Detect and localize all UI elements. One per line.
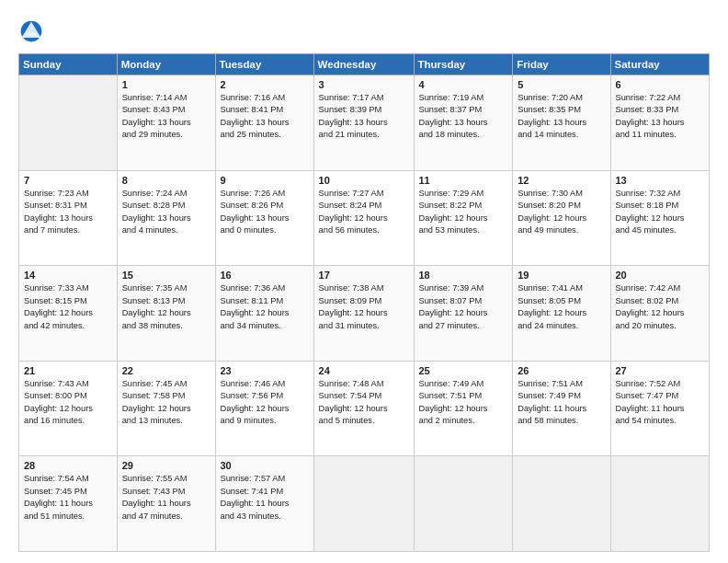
calendar-cell: 8Sunrise: 7:24 AMSunset: 8:28 PMDaylight…: [117, 170, 215, 266]
cell-info: Sunrise: 7:19 AMSunset: 8:37 PMDaylight:…: [419, 92, 508, 142]
logo-icon: [18, 18, 44, 44]
day-number: 29: [122, 460, 210, 471]
cell-info: Sunrise: 7:14 AMSunset: 8:43 PMDaylight:…: [122, 92, 210, 142]
day-number: 28: [24, 460, 112, 471]
cell-info: Sunrise: 7:29 AMSunset: 8:22 PMDaylight:…: [419, 188, 508, 237]
calendar-cell: 14Sunrise: 7:33 AMSunset: 8:15 PMDayligh…: [19, 266, 118, 362]
calendar-cell: [414, 456, 513, 552]
week-row-5: 28Sunrise: 7:54 AMSunset: 7:45 PMDayligh…: [19, 456, 710, 552]
day-number: 20: [616, 270, 705, 281]
calendar-cell: 9Sunrise: 7:26 AMSunset: 8:26 PMDaylight…: [215, 170, 313, 266]
day-number: 21: [24, 365, 112, 376]
calendar-cell: 26Sunrise: 7:51 AMSunset: 7:49 PMDayligh…: [513, 361, 610, 456]
cell-info: Sunrise: 7:32 AMSunset: 8:18 PMDaylight:…: [616, 188, 705, 237]
day-number: 26: [518, 365, 605, 376]
cell-info: Sunrise: 7:52 AMSunset: 7:47 PMDaylight:…: [616, 378, 705, 428]
day-number: 30: [221, 460, 309, 471]
cell-info: Sunrise: 7:49 AMSunset: 7:51 PMDaylight:…: [419, 378, 508, 428]
week-row-4: 21Sunrise: 7:43 AMSunset: 8:00 PMDayligh…: [19, 361, 710, 456]
cell-info: Sunrise: 7:48 AMSunset: 7:54 PMDaylight:…: [319, 378, 409, 428]
cell-info: Sunrise: 7:42 AMSunset: 8:02 PMDaylight:…: [616, 282, 705, 332]
cell-info: Sunrise: 7:33 AMSunset: 8:15 PMDaylight:…: [24, 282, 112, 332]
cell-info: Sunrise: 7:57 AMSunset: 7:41 PMDaylight:…: [221, 473, 309, 523]
day-number: 14: [24, 270, 112, 281]
calendar-cell: 17Sunrise: 7:38 AMSunset: 8:09 PMDayligh…: [313, 266, 414, 362]
col-header-wednesday: Wednesday: [313, 54, 414, 75]
day-number: 10: [319, 175, 409, 186]
calendar-cell: 18Sunrise: 7:39 AMSunset: 8:07 PMDayligh…: [414, 266, 513, 362]
day-number: 17: [319, 270, 409, 281]
calendar-cell: 27Sunrise: 7:52 AMSunset: 7:47 PMDayligh…: [610, 361, 710, 456]
day-number: 18: [419, 270, 508, 281]
cell-info: Sunrise: 7:41 AMSunset: 8:05 PMDaylight:…: [518, 282, 605, 332]
day-number: 16: [221, 270, 309, 281]
cell-info: Sunrise: 7:16 AMSunset: 8:41 PMDaylight:…: [221, 92, 309, 142]
day-number: 24: [319, 365, 409, 376]
cell-info: Sunrise: 7:51 AMSunset: 7:49 PMDaylight:…: [518, 378, 605, 428]
svg-rect-2: [27, 33, 37, 37]
col-header-friday: Friday: [513, 54, 610, 75]
cell-info: Sunrise: 7:43 AMSunset: 8:00 PMDaylight:…: [24, 378, 112, 428]
day-number: 4: [419, 79, 508, 90]
calendar-cell: 24Sunrise: 7:48 AMSunset: 7:54 PMDayligh…: [313, 361, 414, 456]
cell-info: Sunrise: 7:24 AMSunset: 8:28 PMDaylight:…: [122, 188, 210, 237]
day-number: 2: [221, 79, 309, 90]
calendar-cell: 29Sunrise: 7:55 AMSunset: 7:43 PMDayligh…: [117, 456, 215, 552]
calendar-cell: 12Sunrise: 7:30 AMSunset: 8:20 PMDayligh…: [513, 170, 610, 266]
calendar-cell: 10Sunrise: 7:27 AMSunset: 8:24 PMDayligh…: [313, 170, 414, 266]
calendar-cell: 1Sunrise: 7:14 AMSunset: 8:43 PMDaylight…: [117, 75, 215, 171]
day-number: 15: [122, 270, 210, 281]
day-number: 23: [221, 365, 309, 376]
cell-info: Sunrise: 7:22 AMSunset: 8:33 PMDaylight:…: [616, 92, 705, 142]
calendar-cell: [313, 456, 414, 552]
calendar-cell: 25Sunrise: 7:49 AMSunset: 7:51 PMDayligh…: [414, 361, 513, 456]
day-number: 6: [616, 79, 705, 90]
calendar-cell: 13Sunrise: 7:32 AMSunset: 8:18 PMDayligh…: [610, 170, 710, 266]
calendar-cell: 30Sunrise: 7:57 AMSunset: 7:41 PMDayligh…: [215, 456, 313, 552]
logo: [18, 18, 48, 44]
day-number: 7: [24, 175, 112, 186]
day-number: 22: [122, 365, 210, 376]
day-number: 8: [122, 175, 210, 186]
cell-info: Sunrise: 7:45 AMSunset: 7:58 PMDaylight:…: [122, 378, 210, 428]
day-number: 27: [616, 365, 705, 376]
cell-info: Sunrise: 7:23 AMSunset: 8:31 PMDaylight:…: [24, 188, 112, 237]
cell-info: Sunrise: 7:39 AMSunset: 8:07 PMDaylight:…: [419, 282, 508, 332]
cell-info: Sunrise: 7:46 AMSunset: 7:56 PMDaylight:…: [221, 378, 309, 428]
calendar-cell: 20Sunrise: 7:42 AMSunset: 8:02 PMDayligh…: [610, 266, 710, 362]
header: [18, 15, 710, 44]
calendar-cell: 28Sunrise: 7:54 AMSunset: 7:45 PMDayligh…: [19, 456, 118, 552]
col-header-monday: Monday: [117, 54, 215, 75]
day-number: 12: [518, 175, 605, 186]
calendar-cell: 3Sunrise: 7:17 AMSunset: 8:39 PMDaylight…: [313, 75, 414, 171]
day-number: 1: [122, 79, 210, 90]
week-row-1: 1Sunrise: 7:14 AMSunset: 8:43 PMDaylight…: [19, 75, 710, 171]
calendar-cell: 22Sunrise: 7:45 AMSunset: 7:58 PMDayligh…: [117, 361, 215, 456]
calendar-cell: 11Sunrise: 7:29 AMSunset: 8:22 PMDayligh…: [414, 170, 513, 266]
week-row-2: 7Sunrise: 7:23 AMSunset: 8:31 PMDaylight…: [19, 170, 710, 266]
col-header-thursday: Thursday: [414, 54, 513, 75]
calendar-cell: [513, 456, 610, 552]
calendar-cell: 15Sunrise: 7:35 AMSunset: 8:13 PMDayligh…: [117, 266, 215, 362]
header-row: SundayMondayTuesdayWednesdayThursdayFrid…: [19, 54, 710, 75]
col-header-saturday: Saturday: [610, 54, 710, 75]
cell-info: Sunrise: 7:54 AMSunset: 7:45 PMDaylight:…: [24, 473, 112, 523]
calendar-cell: 23Sunrise: 7:46 AMSunset: 7:56 PMDayligh…: [215, 361, 313, 456]
cell-info: Sunrise: 7:20 AMSunset: 8:35 PMDaylight:…: [518, 92, 605, 142]
calendar-table: SundayMondayTuesdayWednesdayThursdayFrid…: [18, 53, 710, 552]
calendar-cell: 5Sunrise: 7:20 AMSunset: 8:35 PMDaylight…: [513, 75, 610, 171]
day-number: 3: [319, 79, 409, 90]
cell-info: Sunrise: 7:36 AMSunset: 8:11 PMDaylight:…: [221, 282, 309, 332]
day-number: 11: [419, 175, 508, 186]
day-number: 5: [518, 79, 605, 90]
col-header-sunday: Sunday: [19, 54, 118, 75]
calendar-cell: [19, 75, 118, 171]
calendar-cell: 7Sunrise: 7:23 AMSunset: 8:31 PMDaylight…: [19, 170, 118, 266]
calendar-cell: 2Sunrise: 7:16 AMSunset: 8:41 PMDaylight…: [215, 75, 313, 171]
day-number: 13: [616, 175, 705, 186]
week-row-3: 14Sunrise: 7:33 AMSunset: 8:15 PMDayligh…: [19, 266, 710, 362]
page: SundayMondayTuesdayWednesdayThursdayFrid…: [0, 0, 728, 563]
day-number: 25: [419, 365, 508, 376]
calendar-cell: 21Sunrise: 7:43 AMSunset: 8:00 PMDayligh…: [19, 361, 118, 456]
col-header-tuesday: Tuesday: [215, 54, 313, 75]
